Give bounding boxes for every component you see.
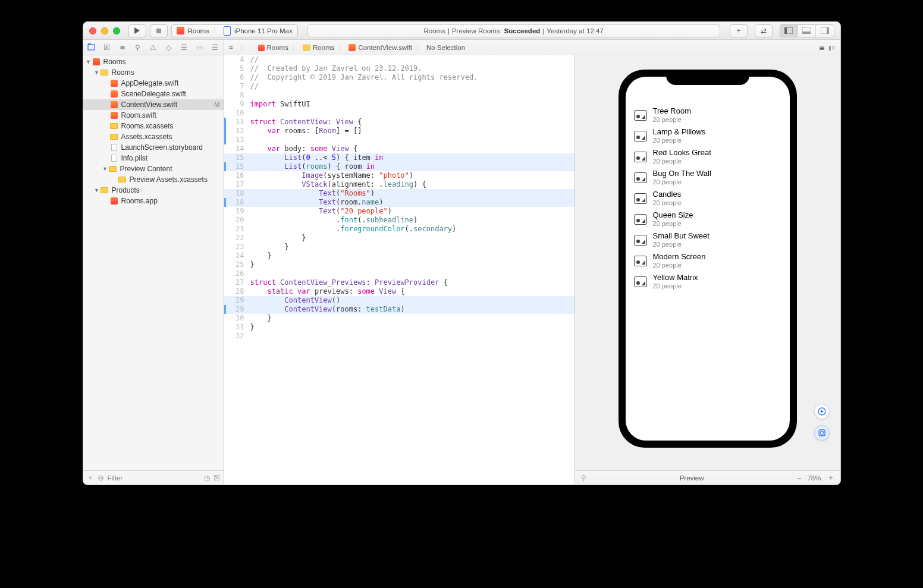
- back-icon[interactable]: 〈: [237, 43, 244, 52]
- tree-group-rooms[interactable]: ▼Rooms: [83, 67, 224, 78]
- canvas[interactable]: Tree Room 20 people Lamp & Pillows 20 pe…: [575, 55, 840, 470]
- code-line[interactable]: 24 }: [224, 251, 574, 260]
- code-line[interactable]: 17 VStack(alignment: .leading) {: [224, 180, 574, 189]
- code-line[interactable]: 9import SwiftUI: [224, 100, 574, 109]
- tree-file-previewassets[interactable]: Preview Assets.xcassets: [83, 174, 224, 185]
- jump-bar[interactable]: ⌗ 〈 〉 Rooms 〉 Rooms 〉 ContentView.swift …: [224, 40, 840, 55]
- tree-file-roomsassets[interactable]: Rooms.xcassets: [83, 121, 224, 131]
- code-line[interactable]: 25}: [224, 260, 574, 269]
- code-editor[interactable]: 4//5// Created by Jan Zavrel on 23.12.20…: [224, 55, 575, 485]
- scm-filter-icon[interactable]: ☒: [214, 474, 220, 482]
- code-line[interactable]: 13: [224, 136, 574, 144]
- code-view[interactable]: 4//5// Created by Jan Zavrel on 23.12.20…: [224, 55, 574, 485]
- tree-file-contentview[interactable]: ContentView.swiftM: [83, 99, 224, 110]
- code-line[interactable]: 23 }: [224, 243, 574, 251]
- breakpoint-navigator-icon[interactable]: ▭: [195, 43, 205, 52]
- adjust-editor-icon[interactable]: ⫿▯: [828, 44, 836, 51]
- forward-icon[interactable]: 〉: [247, 43, 255, 52]
- maximize-button[interactable]: [113, 27, 120, 34]
- code-line[interactable]: 8: [224, 91, 574, 100]
- code-line[interactable]: 7//: [224, 82, 574, 91]
- code-line[interactable]: 29 ContentView(): [224, 296, 574, 305]
- preview-label: Preview: [586, 474, 798, 482]
- run-button[interactable]: [128, 24, 146, 37]
- stop-button[interactable]: [150, 24, 168, 37]
- tree-project[interactable]: ▼Rooms: [83, 56, 224, 67]
- code-line[interactable]: 29 ContentView(rooms: testData): [224, 305, 574, 314]
- close-button[interactable]: [89, 27, 96, 34]
- add-icon[interactable]: ＋: [87, 473, 94, 483]
- list-item[interactable]: Tree Room 20 people: [626, 105, 790, 126]
- code-line[interactable]: 18 Text(room.name): [224, 198, 574, 207]
- live-preview-button[interactable]: [814, 404, 830, 419]
- list-item[interactable]: Candles 20 people: [626, 188, 790, 209]
- filter-input[interactable]: [108, 474, 200, 482]
- tree-group-previewcontent[interactable]: ▼Preview Content: [83, 163, 224, 174]
- tree-group-products[interactable]: ▼Products: [83, 185, 224, 196]
- code-line[interactable]: 28 static var previews: some View {: [224, 287, 574, 296]
- report-navigator-icon[interactable]: ☰: [211, 43, 220, 52]
- code-line[interactable]: 18 Text("Rooms"): [224, 189, 574, 198]
- debug-navigator-icon[interactable]: ☰: [180, 43, 189, 52]
- list-item[interactable]: Red Looks Great 20 people: [626, 147, 790, 168]
- list-item[interactable]: Bug On The Wall 20 people: [626, 168, 790, 188]
- zoom-in-button[interactable]: ＋: [827, 473, 834, 482]
- crumb-file[interactable]: ContentView.swift: [358, 44, 412, 51]
- code-line[interactable]: 19 Text("20 people"): [224, 207, 574, 216]
- code-line[interactable]: 4//: [224, 55, 574, 64]
- list-item[interactable]: Modern Screen 20 people: [626, 251, 790, 272]
- toggle-inspector[interactable]: [816, 25, 834, 37]
- code-line[interactable]: 22 }: [224, 234, 574, 243]
- find-navigator-icon[interactable]: ⚲: [133, 43, 143, 52]
- code-line[interactable]: 12 var rooms: [Room] = []: [224, 127, 574, 136]
- toggle-debug[interactable]: [798, 25, 816, 37]
- list-item[interactable]: Small But Sweet 20 people: [626, 230, 790, 251]
- code-line[interactable]: 16 Image(systemName: "photo"): [224, 171, 574, 180]
- tree-file-plist[interactable]: Info.plist: [83, 153, 224, 163]
- minimize-button[interactable]: [101, 27, 108, 34]
- project-navigator-icon[interactable]: [87, 43, 96, 52]
- list-item[interactable]: Queen Size 20 people: [626, 209, 790, 230]
- code-line[interactable]: 31}: [224, 323, 574, 332]
- list-item[interactable]: Lamp & Pillows 20 people: [626, 126, 790, 147]
- tree-file-room[interactable]: Room.swift: [83, 110, 224, 121]
- crumb-selection[interactable]: No Selection: [426, 44, 465, 51]
- filter-icon[interactable]: ⊚: [98, 473, 104, 482]
- code-line[interactable]: 5// Created by Jan Zavrel on 23.12.2019.: [224, 64, 574, 73]
- code-line[interactable]: 15 List(0 ..< 5) { item in: [224, 153, 574, 162]
- code-line[interactable]: 11struct ContentView: View {: [224, 118, 574, 127]
- tree-file-scenedelegate[interactable]: SceneDelegate.swift: [83, 89, 224, 99]
- tree-file-launch[interactable]: LaunchScreen.storyboard: [83, 142, 224, 153]
- scheme-selector[interactable]: Rooms 〉 iPhone 11 Pro Max: [171, 24, 298, 37]
- issue-navigator-icon[interactable]: ⚠: [149, 43, 158, 52]
- minimap-icon[interactable]: ≣: [819, 43, 825, 52]
- recent-icon[interactable]: ◷: [204, 474, 210, 482]
- tree-product-app[interactable]: Rooms.app: [83, 196, 224, 206]
- related-items-icon[interactable]: ⌗: [229, 44, 233, 52]
- pin-icon[interactable]: ⚲: [581, 474, 586, 482]
- crumb-project[interactable]: Rooms: [267, 44, 288, 51]
- code-line[interactable]: 6// Copyright © 2019 Jan Zavrel. All rig…: [224, 73, 574, 82]
- source-control-navigator-icon[interactable]: ☒: [102, 43, 112, 52]
- tree-file-assets[interactable]: Assets.xcassets: [83, 131, 224, 142]
- tree-file-appdelegate[interactable]: AppDelegate.swift: [83, 78, 224, 89]
- code-line[interactable]: 20 .font(.subheadline): [224, 216, 574, 225]
- room-title: Candles: [653, 190, 682, 199]
- code-review-button[interactable]: ⇄: [755, 24, 773, 37]
- inspect-preview-button[interactable]: [814, 425, 830, 441]
- code-line[interactable]: 14 var body: some View {: [224, 144, 574, 153]
- symbol-navigator-icon[interactable]: ⩩: [118, 43, 127, 52]
- test-navigator-icon[interactable]: ◇: [164, 43, 174, 52]
- code-line[interactable]: 21 .foregroundColor(.secondary): [224, 225, 574, 234]
- code-line[interactable]: 15 List(rooms) { room in: [224, 162, 574, 171]
- code-line[interactable]: 10: [224, 109, 574, 118]
- list-item[interactable]: Yellow Matrix 20 people: [626, 272, 790, 293]
- code-line[interactable]: 32: [224, 332, 574, 341]
- code-line[interactable]: 27struct ContentView_Previews: PreviewPr…: [224, 278, 574, 287]
- toggle-navigator[interactable]: [780, 25, 798, 37]
- code-line[interactable]: 26: [224, 269, 574, 278]
- zoom-out-button[interactable]: −: [798, 474, 802, 482]
- code-line[interactable]: 30 }: [224, 314, 574, 323]
- crumb-group[interactable]: Rooms: [313, 44, 334, 51]
- library-button[interactable]: ＋: [730, 24, 748, 37]
